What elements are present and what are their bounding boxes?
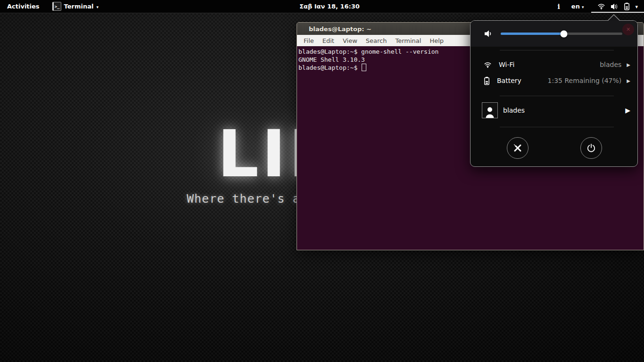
submenu-arrow-icon: ▶ xyxy=(627,62,630,67)
volume-row xyxy=(471,21,637,47)
battery-icon xyxy=(484,76,490,85)
keyboard-layout-label: en xyxy=(571,3,580,10)
system-status-menu: ✕ Wi-Fi blades ▶ Battery 1:35 Remaining … xyxy=(470,20,638,167)
volume-slider-knob[interactable] xyxy=(561,30,568,37)
terminal-app-icon: >_ xyxy=(52,2,61,11)
settings-button[interactable] xyxy=(507,137,528,159)
volume-tray-icon xyxy=(611,3,619,10)
settings-tools-icon xyxy=(512,143,523,153)
keyboard-layout-menu[interactable]: en ▾ xyxy=(567,0,589,13)
battery-status: 1:35 Remaining (47%) xyxy=(548,77,622,84)
terminal-cursor xyxy=(362,64,366,71)
chevron-down-icon: ▾ xyxy=(96,5,99,9)
system-status-area[interactable]: ▾ xyxy=(591,0,644,13)
menu-terminal[interactable]: Terminal xyxy=(391,37,425,44)
user-menu-row[interactable]: blades ▶ xyxy=(471,99,637,121)
activities-button[interactable]: Activities xyxy=(3,0,44,13)
wifi-menu-row[interactable]: Wi-Fi blades ▶ xyxy=(471,57,637,73)
separator xyxy=(500,50,614,50)
app-menu-label: Terminal xyxy=(64,3,94,10)
wifi-status: blades xyxy=(600,61,621,68)
battery-tray-icon xyxy=(624,2,630,10)
clock-button[interactable]: Σαβ Ιαν 18, 16:30 xyxy=(299,3,360,10)
wallpaper-tagline-text: Where there's a xyxy=(187,192,300,206)
menu-view[interactable]: View xyxy=(339,37,362,44)
wifi-label: Wi-Fi xyxy=(499,61,514,68)
chevron-down-icon: ▾ xyxy=(635,4,638,10)
user-avatar xyxy=(482,102,498,118)
chevron-down-icon: ▾ xyxy=(582,5,584,9)
battery-label: Battery xyxy=(497,77,521,84)
submenu-arrow-icon: ▶ xyxy=(627,78,630,83)
terminal-prompt: blades@Laptop:~$ xyxy=(298,64,361,71)
speaker-icon xyxy=(484,29,494,39)
dim-close-icon: ✕ xyxy=(622,24,634,35)
volume-slider-fill xyxy=(501,33,564,35)
top-panel: Activities >_ Terminal ▾ Σαβ Ιαν 18, 16:… xyxy=(0,0,644,13)
volume-slider[interactable] xyxy=(501,33,622,35)
legacy-tray-icon[interactable]: i xyxy=(551,0,567,13)
menu-edit[interactable]: Edit xyxy=(318,37,339,44)
separator xyxy=(500,127,614,127)
wifi-icon xyxy=(484,61,492,68)
power-button[interactable] xyxy=(580,137,602,159)
battery-menu-row[interactable]: Battery 1:35 Remaining (47%) ▶ xyxy=(471,73,637,89)
person-icon xyxy=(484,106,496,118)
power-icon xyxy=(586,143,596,153)
app-menu-terminal[interactable]: >_ Terminal ▾ xyxy=(49,0,102,13)
wifi-tray-icon xyxy=(597,3,605,10)
user-name-label: blades xyxy=(503,107,525,114)
menu-help[interactable]: Help xyxy=(425,37,448,44)
separator xyxy=(500,96,614,96)
terminal-window-title: blades@Laptop: ~ xyxy=(309,25,372,33)
panel-right-box: i en ▾ ▾ xyxy=(551,0,644,13)
menu-file[interactable]: File xyxy=(299,37,318,44)
submenu-arrow-icon: ▶ xyxy=(625,107,630,114)
menu-search[interactable]: Search xyxy=(362,37,391,44)
